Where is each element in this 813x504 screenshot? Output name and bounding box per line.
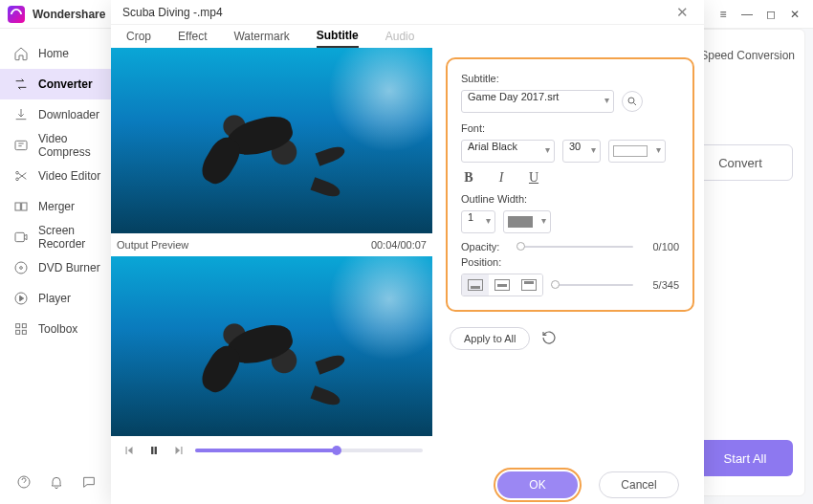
position-middle-button[interactable] <box>489 274 516 296</box>
position-value: 5/345 <box>641 279 679 291</box>
apply-to-all-button[interactable]: Apply to All <box>450 327 530 350</box>
svg-rect-3 <box>15 203 20 210</box>
close-app-button[interactable]: ✕ <box>784 5 805 24</box>
position-label: Position: <box>461 256 679 268</box>
menu-button[interactable]: ≡ <box>713 5 734 24</box>
chat-icon[interactable] <box>80 473 98 491</box>
start-all-button[interactable]: Start All <box>697 440 793 476</box>
grid-icon <box>13 321 29 337</box>
sidebar-item-player[interactable]: Player <box>0 283 123 314</box>
prev-frame-button[interactable] <box>121 442 138 459</box>
help-icon[interactable] <box>15 473 33 491</box>
minimize-button[interactable]: — <box>736 5 758 24</box>
italic-button[interactable]: I <box>494 170 509 186</box>
ok-button[interactable]: OK <box>497 471 578 498</box>
timecode: 00:04/00:07 <box>371 239 427 251</box>
subtitle-dialog: Scuba Diving -.mp4 ✕ Crop Effect Waterma… <box>111 0 704 504</box>
pause-button[interactable] <box>145 442 163 459</box>
svg-point-1 <box>16 171 19 174</box>
svg-point-2 <box>16 178 19 181</box>
sidebar-item-label: Screen Recorder <box>38 224 110 251</box>
underline-button[interactable]: U <box>526 170 541 186</box>
position-bottom-button[interactable] <box>462 274 489 296</box>
svg-rect-5 <box>15 232 24 241</box>
sidebar-item-label: Video Editor <box>38 169 100 183</box>
sidebar-item-label: Video Compress <box>38 132 110 159</box>
close-dialog-button[interactable]: ✕ <box>671 2 692 23</box>
output-preview-label: Output Preview <box>117 239 188 251</box>
converter-icon <box>13 77 29 92</box>
opacity-value: 0/100 <box>641 241 679 252</box>
sidebar-item-label: Home <box>38 47 69 60</box>
bold-button[interactable]: B <box>461 170 476 186</box>
bell-icon[interactable] <box>48 473 65 491</box>
sidebar-item-converter[interactable]: Converter <box>0 69 123 99</box>
svg-rect-10 <box>22 324 26 328</box>
svg-rect-4 <box>22 203 27 210</box>
reset-icon[interactable] <box>541 330 559 347</box>
sidebar-item-downloader[interactable]: Downloader <box>0 99 123 130</box>
app-title: Wondershare <box>33 8 105 21</box>
tab-audio[interactable]: Audio <box>385 26 415 47</box>
font-label: Font: <box>461 122 679 134</box>
record-icon <box>13 230 29 245</box>
home-icon <box>13 46 29 61</box>
play-icon <box>13 291 29 306</box>
scissors-icon <box>13 168 29 184</box>
sidebar-item-label: Player <box>38 292 71 305</box>
outline-color-select[interactable] <box>503 210 551 233</box>
tab-crop[interactable]: Crop <box>126 26 151 47</box>
preview-column: Output Preview 00:04/00:07 <box>111 48 432 465</box>
search-subtitle-button[interactable] <box>622 91 643 112</box>
speed-conversion-label[interactable]: Speed Conversion <box>700 49 795 62</box>
svg-point-6 <box>15 262 27 274</box>
sidebar-item-merger[interactable]: Merger <box>0 191 123 222</box>
outline-width-select[interactable]: 1 <box>461 210 495 233</box>
tab-watermark[interactable]: Watermark <box>233 26 289 47</box>
sidebar: Home Converter Downloader Video Compress… <box>0 29 124 504</box>
svg-rect-0 <box>15 141 27 149</box>
subtitle-panel: Subtitle: Game Day 2017.srt Font: Arial … <box>446 57 694 312</box>
svg-rect-9 <box>16 324 20 328</box>
sidebar-item-home[interactable]: Home <box>0 38 123 69</box>
sidebar-item-label: Converter <box>38 77 93 91</box>
outline-label: Outline Width: <box>461 193 679 205</box>
download-icon <box>13 107 29 122</box>
font-family-select[interactable]: Arial Black <box>461 140 555 163</box>
opacity-slider[interactable] <box>516 246 633 248</box>
compress-icon <box>13 138 29 153</box>
dialog-tabs: Crop Effect Watermark Subtitle Audio <box>111 25 704 48</box>
disc-icon <box>13 260 29 275</box>
font-size-select[interactable]: 30 <box>562 140 601 163</box>
position-top-button[interactable] <box>516 274 542 296</box>
app-logo-icon <box>8 6 25 23</box>
sidebar-item-recorder[interactable]: Screen Recorder <box>0 222 123 252</box>
sidebar-item-compressor[interactable]: Video Compress <box>0 130 123 161</box>
sidebar-item-label: Downloader <box>38 108 99 121</box>
tab-subtitle[interactable]: Subtitle <box>317 25 359 48</box>
sidebar-item-label: Merger <box>38 200 75 213</box>
output-preview <box>111 256 432 436</box>
merge-icon <box>13 199 29 214</box>
maximize-button[interactable]: ◻ <box>760 5 781 24</box>
original-preview <box>111 48 432 233</box>
sidebar-item-dvd[interactable]: DVD Burner <box>0 252 123 283</box>
seek-slider[interactable] <box>195 449 423 452</box>
cancel-button[interactable]: Cancel <box>599 471 679 498</box>
next-frame-button[interactable] <box>170 442 187 459</box>
tab-effect[interactable]: Effect <box>178 26 207 47</box>
svg-rect-11 <box>16 330 20 334</box>
sidebar-item-editor[interactable]: Video Editor <box>0 161 123 191</box>
svg-point-7 <box>20 267 23 270</box>
subtitle-file-select[interactable]: Game Day 2017.srt <box>461 90 614 113</box>
opacity-label: Opacity: <box>461 241 509 252</box>
sidebar-item-toolbox[interactable]: Toolbox <box>0 314 123 344</box>
sidebar-item-label: DVD Burner <box>38 261 100 274</box>
svg-point-14 <box>628 98 634 103</box>
font-color-select[interactable] <box>608 140 666 163</box>
subtitle-label: Subtitle: <box>461 73 679 84</box>
svg-rect-12 <box>22 330 26 334</box>
sidebar-item-label: Toolbox <box>38 322 77 336</box>
dialog-title: Scuba Diving -.mp4 <box>122 6 223 19</box>
position-slider[interactable] <box>551 284 633 286</box>
